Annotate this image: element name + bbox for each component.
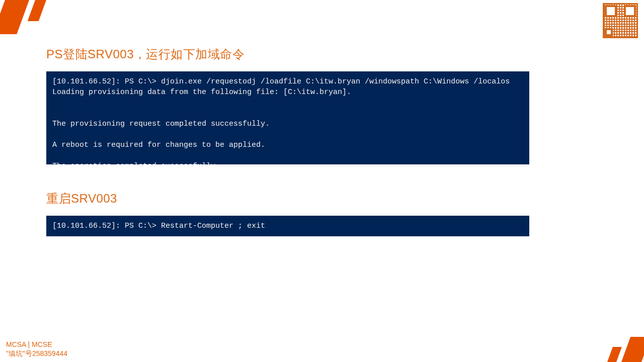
- heading-2: 重启SRV003: [46, 191, 529, 207]
- qr-code: [603, 3, 638, 38]
- footer-line-1: MCSA | MCSE: [6, 340, 67, 349]
- logo-top-left: [5, 0, 50, 35]
- footer-line-2: "填坑"号258359444: [6, 349, 67, 358]
- heading-1: PS登陆SRV003，运行如下加域命令: [46, 46, 529, 62]
- terminal-output-1: [10.101.66.52]: PS C:\> djoin.exe /reque…: [46, 71, 529, 164]
- terminal-output-2: [10.101.66.52]: PS C:\> Restart-Computer…: [46, 216, 529, 236]
- logo-bottom-right: [601, 337, 641, 362]
- slide-content: PS登陆SRV003，运行如下加域命令 [10.101.66.52]: PS C…: [46, 46, 529, 236]
- footer-credits: MCSA | MCSE "填坑"号258359444: [6, 340, 67, 358]
